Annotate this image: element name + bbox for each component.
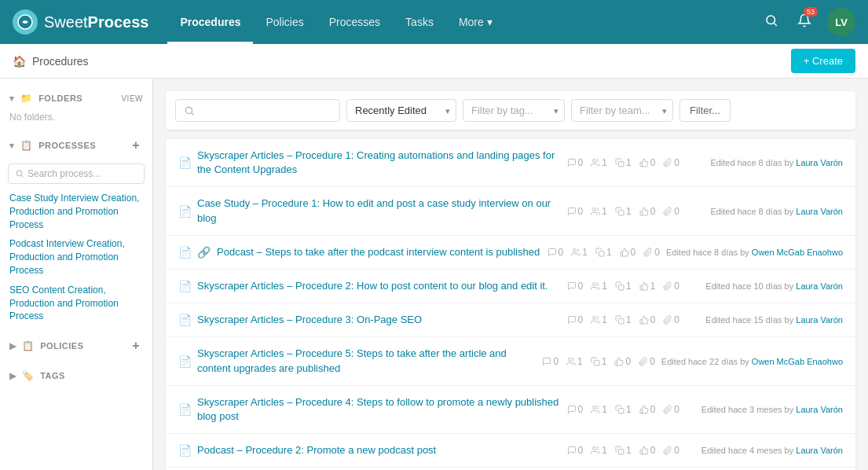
- team-filter-wrapper: Filter by team...: [571, 99, 673, 122]
- edited-info: Edited hace 15 días by Laura Varón: [686, 315, 843, 325]
- procedure-meta: 0 1 1 0 0: [567, 157, 679, 168]
- tag-filter-select[interactable]: Filter by tag...: [463, 99, 565, 122]
- svg-point-19: [593, 406, 596, 409]
- process-link-0[interactable]: Case Study Interview Creation, Productio…: [0, 189, 152, 234]
- search-wrapper: [175, 99, 340, 122]
- author-link[interactable]: Laura Varón: [796, 405, 843, 414]
- nav-procedures[interactable]: Procedures: [167, 0, 253, 44]
- sort-select[interactable]: Recently Edited Alphabetical Created Dat…: [346, 99, 456, 122]
- nav-processes[interactable]: Processes: [317, 0, 393, 44]
- edited-info: Edited hace 8 días by Owen McGab Enaohwo: [666, 248, 843, 257]
- procedure-title[interactable]: Skyscraper Articles – Procedure 2: How t…: [197, 279, 561, 293]
- nav-more[interactable]: More ▾: [446, 0, 505, 44]
- author-link[interactable]: Owen McGab Enaohwo: [752, 248, 843, 257]
- process-link-1[interactable]: Podcast Interview Creation, Production a…: [0, 234, 152, 280]
- svg-point-5: [185, 107, 192, 113]
- members-count: 1: [591, 157, 607, 168]
- procedure-row: 📄 Case Study – Procedure 1: How to edit …: [166, 187, 855, 235]
- tasks-count: 1: [615, 206, 632, 217]
- author-link[interactable]: Laura Varón: [796, 446, 843, 455]
- team-filter-select[interactable]: Filter by team...: [571, 99, 673, 122]
- procedure-meta: 0 1 1 0 0: [567, 445, 679, 456]
- likes-count: 0: [639, 157, 656, 168]
- logo-text: SweetProcess: [44, 13, 148, 31]
- avatar[interactable]: LV: [827, 8, 855, 36]
- processes-section: ▾ 📋 PROCESSES + Case Study Interview Cre…: [0, 132, 152, 326]
- view-link[interactable]: VIEW: [121, 94, 143, 103]
- svg-rect-18: [594, 360, 599, 365]
- policies-header[interactable]: ▶ 📋 POLICIES +: [0, 332, 152, 359]
- processes-label: ▾ 📋 PROCESSES: [9, 140, 96, 151]
- no-folders-text: No folders.: [0, 108, 152, 126]
- tags-section: ▶ 🏷️ TAGS: [0, 365, 152, 386]
- procedure-meta: 0 1 1 0 0: [548, 247, 660, 258]
- process-link-2[interactable]: SEO Content Creation, Production and Pro…: [0, 281, 152, 326]
- author-link[interactable]: Laura Varón: [796, 207, 843, 216]
- create-button[interactable]: + Create: [791, 49, 855, 73]
- likes-count: 0: [639, 445, 656, 456]
- add-process-button[interactable]: +: [129, 137, 143, 154]
- svg-point-21: [593, 447, 596, 450]
- top-navigation: SweetProcess Procedures Policies Process…: [0, 0, 868, 44]
- members-count: 1: [591, 314, 607, 325]
- tasks-count: 1: [595, 247, 612, 258]
- svg-rect-22: [618, 450, 624, 455]
- tasks-count: 1: [615, 314, 632, 325]
- edited-info: Edited hace 4 meses by Laura Varón: [686, 446, 843, 455]
- procedure-title[interactable]: Podcast – Steps to take after the podcas…: [217, 245, 541, 259]
- procedure-row: 📄 Podcast – Procedure 2: Promote a new p…: [166, 434, 855, 468]
- edited-info: Edited hace 8 días by Laura Varón: [686, 207, 843, 216]
- nav-policies[interactable]: Policies: [253, 0, 316, 44]
- process-search-wrapper: [8, 163, 145, 184]
- likes-count: 0: [639, 404, 656, 415]
- procedure-title[interactable]: Skyscraper Articles – Procedure 3: On-Pa…: [197, 313, 561, 327]
- filter-button[interactable]: Filter...: [679, 99, 731, 122]
- nav-tasks[interactable]: Tasks: [393, 0, 446, 44]
- tags-header[interactable]: ▶ 🏷️ TAGS: [0, 365, 152, 386]
- notifications-button[interactable]: 53: [794, 10, 815, 35]
- attachments-count: 0: [663, 281, 679, 292]
- procedure-title[interactable]: Podcast – Procedure 2: Promote a new pod…: [197, 443, 561, 457]
- subheader: 🏠 Procedures + Create: [0, 44, 868, 79]
- edited-info: Edited hace 10 días by Laura Varón: [686, 281, 843, 291]
- author-link[interactable]: Laura Varón: [796, 158, 843, 167]
- members-count: 1: [571, 247, 588, 258]
- svg-line-4: [21, 175, 23, 177]
- sidebar: ▾ 📁 FOLDERS VIEW No folders. ▾ 📋 PROCESS…: [0, 79, 153, 470]
- procedure-title[interactable]: Case Study – Procedure 1: How to edit an…: [197, 196, 561, 225]
- processes-header[interactable]: ▾ 📋 PROCESSES +: [0, 132, 152, 159]
- search-button[interactable]: [761, 10, 782, 35]
- procedure-title[interactable]: Skyscraper Articles – Procedure 1: Creat…: [197, 149, 561, 177]
- folders-section: ▾ 📁 FOLDERS VIEW No folders.: [0, 88, 152, 126]
- attachments-count: 0: [663, 206, 679, 217]
- likes-count: 0: [620, 247, 636, 258]
- procedure-title[interactable]: Skyscraper Articles – Procedure 5: Steps…: [197, 347, 536, 375]
- tags-label: ▶ 🏷️ TAGS: [9, 370, 65, 381]
- procedure-row: 📄 Skyscraper Articles – Procedure 1: Cre…: [166, 139, 855, 187]
- svg-point-17: [569, 358, 572, 361]
- procedure-icon: 📄: [178, 314, 191, 326]
- tasks-count: 1: [591, 356, 607, 367]
- likes-count: 0: [614, 356, 631, 367]
- add-policy-button[interactable]: +: [129, 337, 143, 354]
- author-link[interactable]: Laura Varón: [796, 281, 843, 291]
- author-link[interactable]: Owen McGab Enaohwo: [752, 357, 843, 366]
- procedures-table: 📄 Skyscraper Articles – Procedure 1: Cre…: [166, 139, 855, 470]
- author-link[interactable]: Laura Varón: [796, 315, 843, 325]
- process-search-input[interactable]: [27, 168, 137, 179]
- folders-header[interactable]: ▾ 📁 FOLDERS VIEW: [0, 88, 152, 108]
- svg-line-6: [192, 112, 194, 115]
- tasks-count: 1: [615, 404, 632, 415]
- svg-rect-14: [618, 285, 624, 291]
- comments-count: 0: [567, 314, 584, 325]
- logo[interactable]: SweetProcess: [13, 9, 148, 35]
- procedure-meta: 0 1 1 0 0: [542, 356, 654, 367]
- sort-select-wrapper: Recently Edited Alphabetical Created Dat…: [346, 99, 456, 122]
- svg-line-2: [774, 23, 776, 25]
- svg-point-13: [593, 283, 596, 286]
- procedure-title[interactable]: Skyscraper Articles – Procedure 4: Steps…: [197, 395, 561, 424]
- logo-icon: [13, 9, 38, 35]
- likes-count: 1: [639, 281, 656, 292]
- comments-count: 0: [567, 281, 584, 292]
- main-search-input[interactable]: [200, 105, 331, 116]
